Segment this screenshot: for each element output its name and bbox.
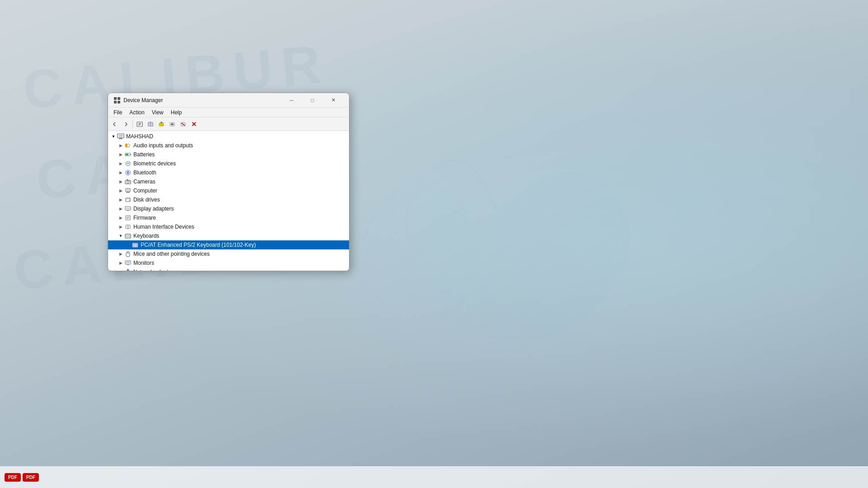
mice-icon: [124, 250, 132, 258]
properties-button[interactable]: [135, 119, 145, 129]
tree-item-display[interactable]: ▶ Display adapters: [108, 204, 349, 213]
svg-rect-56: [127, 236, 129, 237]
battery-icon: [124, 151, 132, 158]
hid-expand-icon: ▶: [117, 223, 124, 230]
keyboards-icon: [124, 232, 132, 239]
disable-device-button[interactable]: [178, 119, 188, 129]
tree-item-ps2-keyboard[interactable]: PC/AT Enhanced PS/2 Keyboard (101/102-Ke…: [108, 240, 349, 249]
svg-rect-22: [130, 154, 131, 155]
menu-file[interactable]: File: [110, 108, 126, 117]
display-label: Display adapters: [133, 206, 174, 212]
close-button[interactable]: ✕: [323, 93, 344, 108]
svg-rect-37: [126, 198, 130, 199]
back-button[interactable]: [110, 119, 120, 129]
svg-marker-12: [160, 122, 163, 123]
tree-item-disk[interactable]: ▶ Disk drives: [108, 195, 349, 204]
rollback-driver-button[interactable]: [167, 119, 177, 129]
update-driver-button[interactable]: [156, 119, 166, 129]
tree-item-audio[interactable]: ▶ Audio inputs and outputs: [108, 141, 349, 150]
tree-item-mice[interactable]: ▶ Mice and other pointing devices: [108, 249, 349, 258]
svg-point-9: [150, 123, 151, 125]
taskbar-pdf-2[interactable]: PDF: [23, 473, 39, 482]
tree-item-computer[interactable]: ▶ Computer: [108, 186, 349, 195]
menu-action[interactable]: Action: [126, 108, 148, 117]
mice-expand-icon: ▶: [117, 250, 124, 258]
camera-icon: [124, 178, 132, 185]
biometric-label: Biometric devices: [133, 160, 176, 167]
svg-rect-57: [130, 236, 131, 237]
svg-rect-11: [159, 123, 164, 126]
svg-rect-61: [134, 244, 135, 244]
bluetooth-label: Bluetooth: [133, 169, 156, 176]
svg-rect-72: [127, 269, 129, 271]
tree-root[interactable]: ▼ MAHSHAD: [108, 132, 349, 141]
tree-item-keyboards[interactable]: ▼ Keyboards: [108, 231, 349, 240]
toolbar: ✕: [108, 117, 349, 131]
svg-rect-8: [148, 122, 153, 126]
root-expand-icon: ▼: [110, 133, 117, 140]
tree-item-bluetooth[interactable]: ▶ Bluetooth: [108, 168, 349, 177]
cameras-label: Cameras: [133, 178, 156, 185]
svg-rect-0: [114, 97, 117, 100]
taskbar-pdf-1[interactable]: PDF: [5, 473, 21, 482]
bluetooth-icon: [124, 169, 132, 176]
svg-rect-53: [128, 235, 129, 235]
minimize-button[interactable]: ─: [281, 93, 302, 108]
display-icon: [124, 205, 132, 212]
root-label: MAHSHAD: [126, 133, 153, 140]
tree-item-hid[interactable]: ▶ Human Interface Devices: [108, 222, 349, 231]
svg-point-38: [129, 200, 130, 201]
tree-item-batteries[interactable]: ▶ Batteries: [108, 150, 349, 159]
svg-point-29: [127, 181, 129, 183]
svg-rect-20: [125, 144, 127, 147]
window-title: Device Manager: [123, 97, 281, 103]
firmware-expand-icon: ▶: [117, 214, 124, 221]
svg-rect-63: [133, 245, 134, 246]
tree-item-biometric[interactable]: ▶ Biometric devices: [108, 159, 349, 168]
uninstall-device-button[interactable]: ✕: [189, 119, 199, 129]
svg-rect-30: [127, 179, 128, 180]
tree-item-firmware[interactable]: ▶ Firmware: [108, 213, 349, 222]
tree-item-cameras[interactable]: ▶ Cameras: [108, 177, 349, 186]
svg-rect-52: [127, 235, 128, 235]
maximize-button[interactable]: □: [302, 93, 323, 108]
svg-rect-51: [126, 235, 127, 235]
svg-rect-17: [119, 135, 123, 137]
menu-help[interactable]: Help: [167, 108, 186, 117]
monitor-icon: [124, 259, 132, 267]
taskbar: PDF PDF: [0, 466, 868, 488]
forward-button[interactable]: [121, 119, 131, 129]
svg-rect-2: [114, 101, 117, 103]
svg-point-25: [127, 163, 129, 164]
svg-rect-54: [130, 235, 131, 235]
svg-rect-64: [134, 245, 137, 246]
firmware-label: Firmware: [133, 215, 156, 221]
svg-point-31: [129, 181, 130, 182]
network-label: Network adapters: [133, 269, 176, 271]
toolbar-sep-1: [132, 120, 133, 128]
tree-item-monitors[interactable]: ▶ Monitors: [108, 258, 349, 267]
svg-rect-65: [133, 246, 137, 247]
audio-label: Audio inputs and outputs: [133, 142, 193, 149]
menu-view[interactable]: View: [148, 108, 167, 117]
bluetooth-expand-icon: ▶: [117, 169, 124, 176]
device-tree[interactable]: ▼ MAHSHAD ▶: [108, 131, 349, 271]
scan-hardware-button[interactable]: [146, 119, 156, 129]
hid-label: Human Interface Devices: [133, 224, 194, 230]
audio-icon: [124, 142, 132, 149]
menu-bar: File Action View Help: [108, 108, 349, 117]
batteries-expand-icon: ▶: [117, 151, 124, 158]
tree-item-network[interactable]: ▶ Network adapters: [108, 267, 349, 271]
mice-label: Mice and other pointing devices: [133, 251, 210, 257]
keyboards-expand-icon: ▼: [117, 232, 124, 239]
svg-rect-60: [133, 244, 134, 244]
svg-rect-3: [118, 101, 120, 103]
computer2-icon: [124, 187, 132, 194]
disk-expand-icon: ▶: [117, 196, 124, 203]
disk-label: Disk drives: [133, 197, 160, 203]
device-manager-window: Device Manager ─ □ ✕ File Action View He…: [108, 93, 349, 271]
keyboard-item-icon: [132, 241, 139, 249]
ps2-keyboard-label: PC/AT Enhanced PS/2 Keyboard (101/102-Ke…: [141, 242, 256, 248]
svg-rect-58: [126, 237, 130, 238]
window-icon: [113, 97, 121, 104]
